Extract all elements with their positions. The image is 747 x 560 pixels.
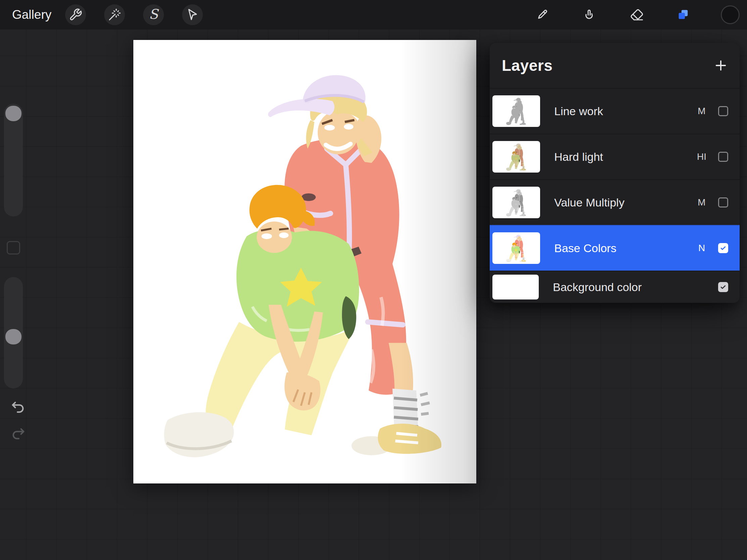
selection-button[interactable]: S (143, 4, 164, 25)
magic-wand-icon (108, 8, 121, 22)
color-tool-button[interactable] (720, 4, 741, 25)
layer-thumbnail[interactable] (492, 275, 539, 299)
opacity-slider-handle[interactable] (5, 329, 22, 344)
layers-icon (676, 8, 690, 22)
layers-panel-header: Layers (490, 43, 740, 88)
visibility-checkbox[interactable] (718, 243, 728, 253)
wrench-icon (69, 8, 82, 22)
layer-name: Line work (554, 105, 690, 118)
blend-mode-badge[interactable]: M (690, 106, 714, 116)
undo-button[interactable] (10, 400, 26, 415)
undo-icon (10, 400, 26, 415)
layer-row-base-colors[interactable]: Base Colors N (490, 225, 740, 271)
transform-button[interactable] (182, 4, 203, 25)
layer-row-value-multiply[interactable]: Value Multiply M (490, 179, 740, 225)
layer-thumbnail[interactable] (492, 232, 540, 264)
layer-name: Background color (553, 281, 690, 294)
adjustments-button[interactable] (104, 4, 125, 25)
layer-name: Hard light (554, 151, 690, 163)
layer-row-hard-light[interactable]: Hard light HI (490, 134, 740, 179)
brush-size-slider[interactable] (4, 104, 23, 217)
add-layer-button[interactable] (714, 59, 727, 72)
redo-button[interactable] (10, 426, 26, 442)
transform-arrow-icon (186, 8, 199, 22)
plus-icon (714, 59, 727, 72)
procreate-app: Gallery S (0, 0, 747, 560)
eraser-tool-button[interactable] (626, 4, 647, 25)
canvas[interactable] (133, 40, 476, 483)
eraser-icon (630, 8, 644, 22)
color-circle-icon (721, 5, 740, 24)
blend-mode-badge[interactable]: N (690, 243, 714, 254)
workspace: Layers Line work M (0, 30, 747, 560)
blend-mode-badge[interactable]: HI (690, 152, 714, 162)
layers-tool-button[interactable] (673, 4, 694, 25)
opacity-slider[interactable] (4, 277, 23, 389)
smudge-tool-button[interactable] (579, 4, 599, 25)
layer-row-line-work[interactable]: Line work M (490, 88, 740, 134)
blend-mode-badge[interactable]: M (690, 197, 714, 208)
layer-name: Base Colors (554, 242, 690, 255)
layer-thumbnail[interactable] (492, 187, 540, 218)
layers-panel: Layers Line work M (490, 43, 740, 303)
visibility-checkbox[interactable] (718, 282, 728, 292)
layer-name: Value Multiply (554, 196, 690, 209)
selection-s-icon: S (149, 7, 158, 21)
visibility-checkbox[interactable] (718, 152, 728, 162)
layers-title: Layers (502, 56, 552, 75)
visibility-checkbox[interactable] (718, 197, 728, 208)
top-toolbar: Gallery S (0, 0, 747, 30)
modify-button[interactable] (7, 241, 20, 255)
layer-thumbnail[interactable] (492, 95, 540, 127)
gallery-button[interactable]: Gallery (12, 0, 51, 30)
paint-tool-button[interactable] (532, 4, 552, 25)
layer-row-background-color[interactable]: Background color (490, 271, 740, 303)
actions-button[interactable] (65, 4, 86, 25)
layer-thumbnail[interactable] (492, 141, 540, 172)
redo-icon (10, 426, 26, 442)
artwork (133, 40, 476, 483)
visibility-checkbox[interactable] (718, 106, 728, 116)
smudge-finger-icon (583, 8, 596, 22)
brush-icon (535, 8, 549, 22)
brush-size-slider-handle[interactable] (5, 106, 22, 121)
